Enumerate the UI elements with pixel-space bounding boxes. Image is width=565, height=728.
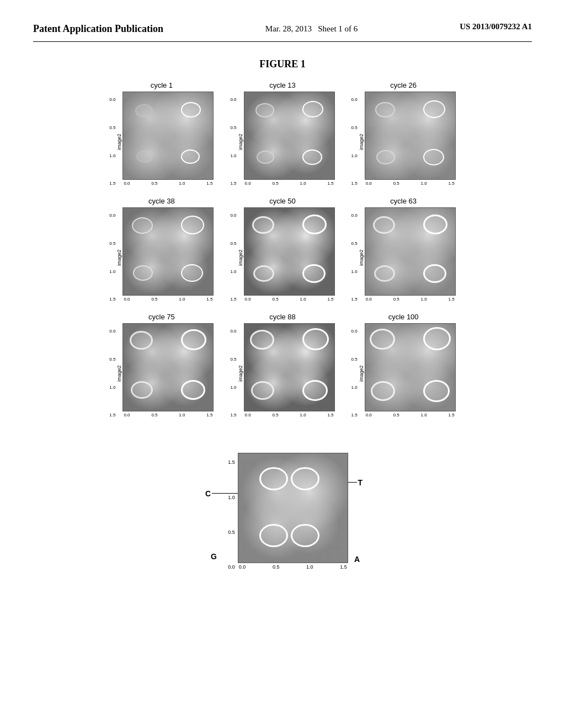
- cycle100-yticks: 1.5 1.0 0.5 0.0: [351, 329, 358, 417]
- cycle75-area: 0.0 0.5 1.0 1.5: [122, 323, 214, 417]
- cycle63-label: cycle 63: [390, 197, 417, 205]
- cycle88-wrap: 1.5 1.0 0.5 0.0 image2: [230, 323, 334, 417]
- cycle63-image: [365, 207, 456, 296]
- cycle75-image: [122, 323, 214, 411]
- cycle100-wrap: 1.5 1.0 0.5 0.0 image2: [351, 323, 456, 417]
- cycle1-yticks: 1.5 1.0 0.5 0.0: [109, 98, 115, 186]
- bottom-plot-col: 0.0 0.5 1.0 1.5: [238, 453, 348, 570]
- cycle63-ylabel: image2: [359, 213, 364, 302]
- plot-cycle63: cycle 63 1.5 1.0 0.5 0.0 image2: [351, 197, 456, 302]
- cycle88-area: 0.0 0.5 1.0 1.5: [244, 323, 335, 417]
- bottom-yticks: 1.5 1.0 0.5 0.0: [228, 459, 235, 570]
- cycle75-yticks: 1.5 1.0 0.5 0.0: [109, 329, 115, 417]
- cycle13-label: cycle 13: [269, 81, 296, 89]
- cycle100-xaxis: 0.0 0.5 1.0 1.5: [365, 413, 456, 417]
- cycle38-wrap: 1.5 1.0 0.5 0.0 image2: [109, 207, 214, 302]
- cycle50-label: cycle 50: [269, 197, 296, 205]
- annotation-t: T: [358, 478, 363, 487]
- cycle88-label: cycle 88: [269, 313, 296, 321]
- cycle26-area: 0.0 0.5 1.0 1.5: [365, 92, 456, 186]
- bottom-section: C T G A 1.5 1.0 0.5 0.0: [33, 429, 532, 594]
- cycle88-image: [244, 323, 335, 411]
- cycle50-area: 0.0 0.5 1.0 1.5: [244, 207, 335, 302]
- cycle38-ylabel: image2: [116, 213, 122, 302]
- patent-number: US 2013/0079232 A1: [460, 22, 532, 31]
- cycle38-label: cycle 38: [148, 197, 175, 205]
- cycle75-label: cycle 75: [148, 313, 175, 321]
- plot-cycle75: cycle 75 1.5 1.0 0.5 0.0 image2: [109, 313, 214, 417]
- cycle26-yticks: 1.5 1.0 0.5 0.0: [351, 98, 358, 186]
- figure-title: FIGURE 1: [33, 58, 532, 70]
- header: Patent Application Publication Mar. 28, …: [33, 22, 532, 42]
- cycle1-area: 0.0 0.5 1.0 1.5: [122, 92, 214, 186]
- annotation-c: C: [205, 489, 211, 498]
- page: Patent Application Publication Mar. 28, …: [0, 0, 565, 728]
- cycle1-label: cycle 1: [151, 81, 173, 89]
- cycle50-ylabel: image2: [238, 213, 243, 302]
- plot-cycle50: cycle 50 1.5 1.0 0.5 0.0 image2: [230, 197, 334, 302]
- cycle13-yticks: 1.5 1.0 0.5 0.0: [230, 98, 236, 186]
- plot-cycle100: cycle 100 1.5 1.0 0.5 0.0 image2: [351, 313, 456, 417]
- bottom-plot-row: 1.5 1.0 0.5 0.0: [228, 453, 348, 570]
- bottom-plot-image: [238, 453, 348, 563]
- cycle50-yticks: 1.5 1.0 0.5 0.0: [230, 213, 236, 302]
- cycle88-xaxis: 0.0 0.5 1.0 1.5: [244, 413, 335, 417]
- cycle1-image: [122, 92, 214, 180]
- plot-cycle1: cycle 1 1.5 1.0 0.5 0.0 image2: [109, 81, 214, 186]
- plot-row-3: cycle 75 1.5 1.0 0.5 0.0 image2: [33, 313, 532, 417]
- bottom-xaxis: 0.0 0.5 1.0 1.5: [238, 564, 348, 570]
- cycle1-xaxis: 0.0 0.5 1.0 1.5: [122, 181, 214, 186]
- cycle38-yticks: 1.5 1.0 0.5 0.0: [109, 213, 115, 302]
- cycle63-xaxis: 0.0 0.5 1.0 1.5: [365, 297, 456, 302]
- cycle13-image: [244, 92, 335, 180]
- publication-title: Patent Application Publication: [33, 22, 163, 36]
- cycle75-ylabel: image2: [116, 329, 122, 417]
- cycle13-xaxis: 0.0 0.5 1.0 1.5: [244, 181, 335, 186]
- cycle38-image: [122, 207, 214, 296]
- cycle100-ylabel: image2: [359, 329, 364, 417]
- plot-cycle13: cycle 13 1.5 1.0 0.5 0.0 image2: [230, 81, 334, 186]
- bottom-annotated-wrap: C T G A 1.5 1.0 0.5 0.0: [172, 429, 393, 594]
- cycle13-area: 0.0 0.5 1.0 1.5: [244, 92, 335, 186]
- cycle26-wrap: 1.5 1.0 0.5 0.0 image2: [351, 92, 456, 186]
- cycle26-xaxis: 0.0 0.5 1.0 1.5: [365, 181, 456, 186]
- plot-row-2: cycle 38 1.5 1.0 0.5 0.0 image2: [33, 197, 532, 302]
- cycle26-ylabel: image2: [359, 98, 364, 186]
- annotation-g: G: [211, 552, 217, 561]
- cycle38-xaxis: 0.0 0.5 1.0 1.5: [122, 297, 214, 302]
- plot-cycle38: cycle 38 1.5 1.0 0.5 0.0 image2: [109, 197, 214, 302]
- cycle26-image: [365, 92, 456, 180]
- cycle50-xaxis: 0.0 0.5 1.0 1.5: [244, 297, 335, 302]
- pub-date: Mar. 28, 2013: [265, 24, 312, 33]
- cycle75-wrap: 1.5 1.0 0.5 0.0 image2: [109, 323, 214, 417]
- plot-row-1: cycle 1 1.5 1.0 0.5 0.0 image2: [33, 81, 532, 186]
- plot-cycle88: cycle 88 1.5 1.0 0.5 0.0 image2: [230, 313, 334, 417]
- cycle63-wrap: 1.5 1.0 0.5 0.0 image2: [351, 207, 456, 302]
- cycle100-label: cycle 100: [388, 313, 419, 321]
- cycle63-area: 0.0 0.5 1.0 1.5: [365, 207, 456, 302]
- cycle1-wrap: 1.5 1.0 0.5 0.0 image2: [109, 92, 214, 186]
- bottom-plot-wrap: 1.5 1.0 0.5 0.0: [228, 453, 348, 570]
- cycle75-xaxis: 0.0 0.5 1.0 1.5: [122, 413, 214, 417]
- header-center: Mar. 28, 2013 Sheet 1 of 6: [265, 22, 358, 35]
- cycle1-ylabel: image2: [116, 98, 122, 186]
- plot-cycle26: cycle 26 1.5 1.0 0.5 0.0 image2: [351, 81, 456, 186]
- cycle50-wrap: 1.5 1.0 0.5 0.0 image2: [230, 207, 334, 302]
- cycle13-wrap: 1.5 1.0 0.5 0.0 image2: [230, 92, 334, 186]
- annotation-a: A: [354, 555, 360, 564]
- sheet-info: Sheet 1 of 6: [318, 24, 358, 33]
- cycle63-yticks: 1.5 1.0 0.5 0.0: [351, 213, 358, 302]
- cycle88-ylabel: image2: [238, 329, 243, 417]
- cycle38-area: 0.0 0.5 1.0 1.5: [122, 207, 214, 302]
- cycle100-area: 0.0 0.5 1.0 1.5: [365, 323, 456, 417]
- cycle13-ylabel: image2: [238, 98, 243, 186]
- cycle100-image: [365, 323, 456, 411]
- cycle88-yticks: 1.5 1.0 0.5 0.0: [230, 329, 236, 417]
- cycle50-image: [244, 207, 335, 296]
- cycle26-label: cycle 26: [390, 81, 417, 89]
